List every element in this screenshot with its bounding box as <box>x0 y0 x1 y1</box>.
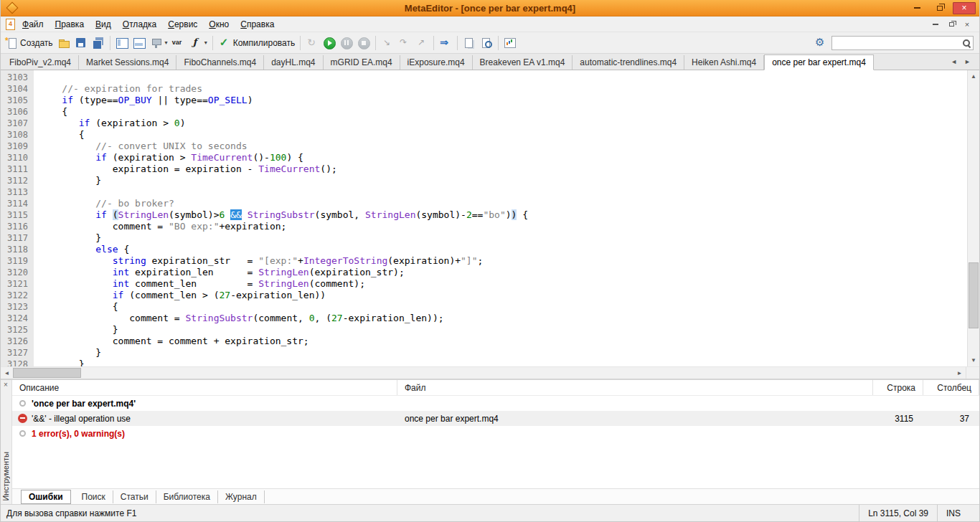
save-all-button[interactable] <box>90 34 107 52</box>
line-number[interactable]: 3119 <box>1 255 28 267</box>
code-line[interactable] <box>39 72 967 83</box>
code-line[interactable]: } <box>39 175 967 186</box>
panel-tab[interactable]: Статьи <box>113 490 156 503</box>
code-line[interactable]: int expiration_len = StringLen(expiratio… <box>39 267 967 278</box>
line-number[interactable]: 3108 <box>1 129 28 141</box>
code-line[interactable]: if (comment_len > (27-expiration_len)) <box>39 290 967 301</box>
line-number[interactable]: 3120 <box>1 267 28 278</box>
mdi-restore-button[interactable] <box>946 20 956 29</box>
code-line[interactable]: } <box>39 324 967 336</box>
pause-debug-button[interactable] <box>338 34 355 52</box>
menu-item[interactable]: Правка <box>50 17 90 32</box>
code-line[interactable]: if (type==OP_BUY || type==OP_SELL) <box>39 95 967 106</box>
line-number[interactable]: 3109 <box>1 141 28 152</box>
horizontal-scroll-thumb[interactable] <box>13 368 81 378</box>
toggle-navigator-button[interactable] <box>113 34 131 52</box>
vertical-scroll-thumb[interactable] <box>969 262 979 328</box>
open-button[interactable] <box>55 34 72 52</box>
gear-icon[interactable] <box>814 37 826 49</box>
new-button[interactable]: Создать <box>3 34 55 52</box>
insert-function-button[interactable]: ▾ <box>187 34 209 52</box>
line-number[interactable]: 3116 <box>1 221 28 232</box>
restart-debug-button[interactable] <box>303 34 321 52</box>
restore-button[interactable] <box>930 2 950 14</box>
code-line[interactable]: } <box>39 232 967 244</box>
goto-button[interactable] <box>437 34 454 52</box>
search-icon[interactable] <box>961 38 971 48</box>
line-number[interactable]: 3104 <box>1 83 28 95</box>
panel-tab[interactable]: Ошибки <box>21 490 71 504</box>
file-tab[interactable]: mGRID EA.mq4 <box>324 55 400 70</box>
code-line[interactable]: if (expiration > TimeCurrent()-100) { <box>39 152 967 163</box>
styles-button[interactable]: ▾ <box>148 34 170 52</box>
step-over-button[interactable] <box>396 34 413 52</box>
code-line[interactable]: else { <box>39 244 967 255</box>
line-number[interactable]: 3106 <box>1 106 28 118</box>
code-line[interactable]: { <box>39 301 967 313</box>
code-line[interactable]: //- bo broker? <box>39 198 967 209</box>
toolbox-close-icon[interactable]: × <box>4 381 8 389</box>
file-tab[interactable]: Heiken Ashi.mq4 <box>684 55 764 70</box>
profiler-button[interactable] <box>461 34 478 52</box>
scroll-up-icon[interactable]: ▲ <box>968 70 979 82</box>
panel-tab[interactable]: Библиотека <box>156 490 218 503</box>
menu-item[interactable]: Файл <box>17 17 50 32</box>
column-header[interactable]: Столбец <box>923 380 979 395</box>
menu-item[interactable]: Отладка <box>117 17 162 32</box>
code-line[interactable]: comment = comment + expiration_str; <box>39 336 967 347</box>
open-chart-button[interactable] <box>501 34 519 52</box>
close-button[interactable]: × <box>953 2 976 14</box>
file-tab[interactable]: once per bar expert.mq4 <box>764 54 874 70</box>
mdi-close-button[interactable]: × <box>962 20 972 29</box>
code-line[interactable] <box>39 186 967 198</box>
scroll-right-icon[interactable]: ► <box>953 367 966 379</box>
code-line[interactable]: if (expiration > 0) <box>39 118 967 129</box>
scroll-down-icon[interactable]: ▼ <box>968 354 979 366</box>
menu-item[interactable]: Окно <box>203 17 235 32</box>
code-line[interactable]: //- convert UNIX to seconds <box>39 141 967 152</box>
line-number[interactable]: 3107 <box>1 118 28 129</box>
step-into-button[interactable] <box>379 34 396 52</box>
menu-item[interactable]: Вид <box>90 17 117 32</box>
file-tab[interactable]: Market Sessions.mq4 <box>79 55 176 70</box>
file-tab[interactable]: FiboPiv_v2.mq4 <box>2 55 79 70</box>
line-number[interactable]: 3125 <box>1 324 28 336</box>
error-row[interactable]: '&&' - illegal operation useonce per bar… <box>12 411 979 426</box>
column-header[interactable]: Файл <box>397 380 873 395</box>
panel-tab[interactable]: Журнал <box>218 490 265 503</box>
file-tab[interactable]: Breakeven EA v1.mq4 <box>473 55 573 70</box>
line-number[interactable]: 3115 <box>1 209 28 221</box>
line-number[interactable]: 3112 <box>1 175 28 186</box>
start-debug-button[interactable] <box>321 34 338 52</box>
panel-tab[interactable]: Поиск <box>75 490 113 503</box>
mdi-minimize-button[interactable] <box>930 20 941 29</box>
line-number[interactable]: 3122 <box>1 290 28 301</box>
menu-item[interactable]: Справка <box>235 17 280 32</box>
line-number[interactable]: 3128 <box>1 359 28 366</box>
file-tab[interactable]: iExposure.mq4 <box>400 55 473 70</box>
code-line[interactable]: comment = "BO exp:"+expiration; <box>39 221 967 232</box>
code-line[interactable]: } <box>39 359 967 366</box>
line-number[interactable]: 3126 <box>1 336 28 347</box>
tab-scroll-right-icon[interactable]: ► <box>964 58 971 65</box>
line-number[interactable]: 3123 <box>1 301 28 313</box>
code-line[interactable]: if (StringLen(symbol)>6 && StringSubstr(… <box>39 209 967 221</box>
minimize-button[interactable] <box>907 2 927 14</box>
toggle-toolbox-button[interactable] <box>131 34 148 52</box>
file-tab[interactable]: automatic-trendlines.mq4 <box>573 55 684 70</box>
line-number[interactable]: 3105 <box>1 95 28 106</box>
file-tab[interactable]: FiboChannels.mq4 <box>176 55 264 70</box>
column-header[interactable]: Строка <box>873 380 923 395</box>
horizontal-scrollbar[interactable]: ◄ ► <box>1 366 979 379</box>
code-line[interactable]: } <box>39 347 967 359</box>
line-number[interactable]: 3111 <box>1 163 28 175</box>
error-row[interactable]: 1 error(s), 0 warning(s) <box>12 426 979 441</box>
column-header[interactable]: Описание <box>12 380 397 395</box>
tab-scroll-left-icon[interactable]: ◄ <box>951 58 957 65</box>
search-input[interactable] <box>832 38 961 48</box>
line-number[interactable]: 3110 <box>1 152 28 163</box>
line-number[interactable]: 3118 <box>1 244 28 255</box>
code-line[interactable]: { <box>39 129 967 141</box>
menu-item[interactable]: Сервис <box>162 17 203 32</box>
line-number[interactable]: 3127 <box>1 347 28 359</box>
